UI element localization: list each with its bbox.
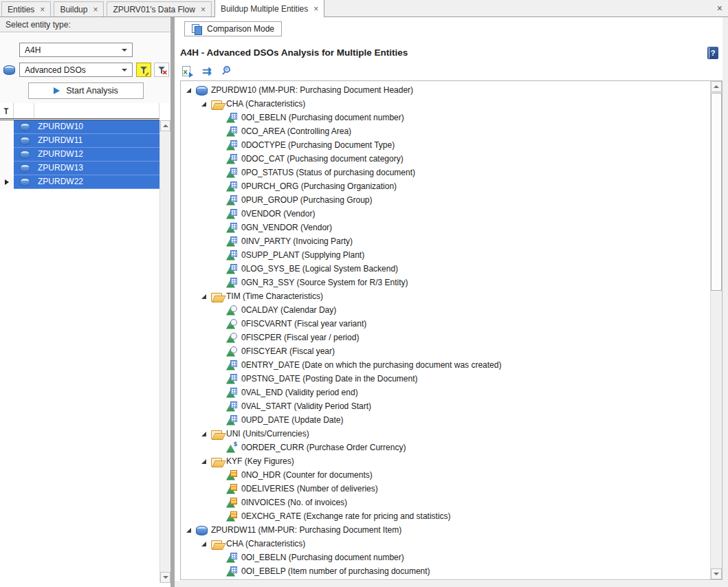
- grid-column-name[interactable]: [34, 103, 159, 118]
- transfer-button[interactable]: ⇉: [200, 65, 214, 78]
- expander-icon[interactable]: [214, 168, 223, 177]
- expander-icon[interactable]: [214, 113, 223, 122]
- expander-icon[interactable]: [214, 498, 223, 507]
- tree-item[interactable]: 0PUR_GROUP (Purchasing Group): [181, 193, 710, 207]
- expander-icon[interactable]: [214, 512, 223, 521]
- expander-icon[interactable]: [214, 375, 223, 384]
- tree-item[interactable]: KYF (Key Figures): [181, 454, 710, 468]
- help-icon[interactable]: ?: [707, 47, 718, 59]
- expander-icon[interactable]: [214, 237, 223, 246]
- expander-icon[interactable]: [214, 127, 223, 136]
- tab-buildup-multiple-entities[interactable]: Buildup Multiple Entities ×: [214, 0, 324, 17]
- grid-column-icon[interactable]: [14, 103, 34, 118]
- expander-icon[interactable]: [214, 210, 223, 219]
- expander-icon[interactable]: [214, 347, 223, 356]
- scroll-down-button[interactable]: [711, 568, 722, 579]
- tree-item[interactable]: 0UPD_DATE (Update Date): [181, 413, 710, 427]
- tree-item[interactable]: ZPURDW11 (MM-PUR: Purchasing Document It…: [181, 523, 710, 537]
- tree-item[interactable]: TIM (Time Characteristics): [181, 289, 710, 303]
- tree-item[interactable]: 0GN_R3_SSY (Source System for R/3 Entity…: [181, 276, 710, 289]
- scrollbar-thumb[interactable]: [711, 93, 722, 291]
- expander-icon[interactable]: [214, 196, 223, 205]
- expander-icon[interactable]: [214, 333, 223, 342]
- tree-scrollbar[interactable]: [710, 81, 722, 579]
- tab-buildup[interactable]: Buildup ×: [54, 1, 104, 16]
- pane-close-icon[interactable]: ×: [717, 3, 723, 14]
- tree-item[interactable]: 0DOCTYPE (Purchasing Document Type): [181, 138, 710, 152]
- expander-icon[interactable]: [214, 471, 223, 480]
- expander-icon[interactable]: [199, 292, 208, 301]
- tree-item[interactable]: 0LOG_SYS_BE (Logical System Backend): [181, 262, 710, 276]
- tree-item[interactable]: 0PURCH_ORG (Purchasing Organization): [181, 179, 710, 193]
- start-analysis-button[interactable]: Start Analysis: [28, 82, 144, 99]
- entity-row[interactable]: ZPURDW10: [0, 120, 159, 134]
- expander-icon[interactable]: [184, 86, 193, 95]
- tree-item[interactable]: [181, 578, 710, 579]
- expander-icon[interactable]: [214, 485, 223, 494]
- expander-icon[interactable]: [214, 182, 223, 191]
- tree-item[interactable]: 0VAL_END (Validity period end): [181, 386, 710, 399]
- tab-close-icon[interactable]: ×: [93, 6, 98, 13]
- tree-item[interactable]: 0NO_HDR (Counter for documents): [181, 468, 710, 482]
- expander-icon[interactable]: [214, 320, 223, 329]
- expander-icon[interactable]: [214, 416, 223, 425]
- expander-icon[interactable]: [214, 155, 223, 164]
- tab-close-icon[interactable]: ×: [201, 6, 206, 13]
- tree-item[interactable]: UNI (Units/Currencies): [181, 427, 710, 441]
- entity-row[interactable]: ZPURDW13: [0, 162, 159, 175]
- tree-item[interactable]: 0FISCYEAR (Fiscal year): [181, 344, 710, 358]
- entity-grid-scrollbar[interactable]: [159, 120, 170, 583]
- tree-item[interactable]: 0CO_AREA (Controlling Area): [181, 124, 710, 138]
- tab-close-icon[interactable]: ×: [40, 6, 45, 13]
- system-select[interactable]: A4H: [19, 43, 133, 57]
- tree-item[interactable]: 0EXCHG_RATE (Exchange rate for pricing a…: [181, 509, 710, 523]
- tree-item[interactable]: 0INVOICES (No. of invoices): [181, 496, 710, 509]
- scroll-up-button[interactable]: [711, 81, 722, 92]
- scroll-up-button[interactable]: [160, 120, 170, 131]
- entity-row[interactable]: ZPURDW22: [0, 175, 159, 189]
- export-excel-button[interactable]: X: [180, 65, 194, 78]
- grid-filter-cell[interactable]: [0, 103, 14, 118]
- expander-icon[interactable]: [199, 430, 208, 439]
- expander-icon[interactable]: [199, 540, 208, 549]
- tree-item[interactable]: 0ORDER_CURR (Purchase Order Currency): [181, 441, 710, 454]
- tree-item[interactable]: 0FISCPER (Fiscal year / period): [181, 331, 710, 344]
- expander-icon[interactable]: [214, 265, 223, 274]
- tab-entities[interactable]: Entities ×: [1, 1, 51, 16]
- tree-item[interactable]: 0SUPP_PLANT (Supplying Plant): [181, 248, 710, 262]
- tree-item[interactable]: 0VENDOR (Vendor): [181, 207, 710, 221]
- expander-icon[interactable]: [214, 141, 223, 150]
- expander-icon[interactable]: [199, 100, 208, 109]
- tree-item[interactable]: 0ENTRY_DATE (Date on which the purchasin…: [181, 358, 710, 372]
- comparison-mode-button[interactable]: Comparison Mode: [184, 21, 282, 36]
- expander-icon[interactable]: [199, 457, 208, 466]
- tree-item[interactable]: 0PSTNG_DATE (Posting Date in the Documen…: [181, 372, 710, 386]
- clear-filter-button[interactable]: ✕: [154, 63, 169, 77]
- tab-close-icon[interactable]: ×: [313, 5, 318, 12]
- expander-icon[interactable]: [214, 223, 223, 232]
- tree-item[interactable]: CHA (Characteristics): [181, 97, 710, 111]
- tree-item[interactable]: 0OI_EBELP (Item number of purchasing doc…: [181, 564, 710, 578]
- expander-icon[interactable]: [214, 306, 223, 315]
- entity-row[interactable]: ZPURDW11: [0, 134, 159, 148]
- scroll-down-button[interactable]: [160, 572, 170, 583]
- tree-item[interactable]: CHA (Characteristics): [181, 537, 710, 551]
- tree-item[interactable]: 0CALDAY (Calendar Day): [181, 303, 710, 317]
- expander-icon[interactable]: [214, 443, 223, 452]
- tree-item[interactable]: 0VAL_START (Validity Period Start): [181, 399, 710, 413]
- tree-item[interactable]: 0OI_EBELN (Purchasing document number): [181, 551, 710, 564]
- tree-item[interactable]: 0DOC_CAT (Puchasing document category): [181, 152, 710, 166]
- tree-item[interactable]: 0FISCVARNT (Fiscal year variant): [181, 317, 710, 331]
- tree-item[interactable]: 0DELIVERIES (Number of deliveries): [181, 482, 710, 496]
- expander-icon[interactable]: [214, 361, 223, 370]
- edit-filter-button[interactable]: [136, 63, 151, 77]
- expander-icon[interactable]: [184, 526, 193, 535]
- tree-item[interactable]: 0OI_EBELN (Purchasing document number): [181, 111, 710, 124]
- tree-item[interactable]: 0INV_PARTY (Invoicing Party): [181, 234, 710, 248]
- expander-icon[interactable]: [214, 553, 223, 562]
- expander-icon[interactable]: [214, 402, 223, 411]
- expander-icon[interactable]: [214, 251, 223, 260]
- tab-zpurv01-s-data-flow[interactable]: ZPURV01's Data Flow ×: [107, 1, 211, 16]
- entity-row[interactable]: ZPURDW12: [0, 148, 159, 162]
- entity-type-select[interactable]: Advanced DSOs: [19, 63, 133, 77]
